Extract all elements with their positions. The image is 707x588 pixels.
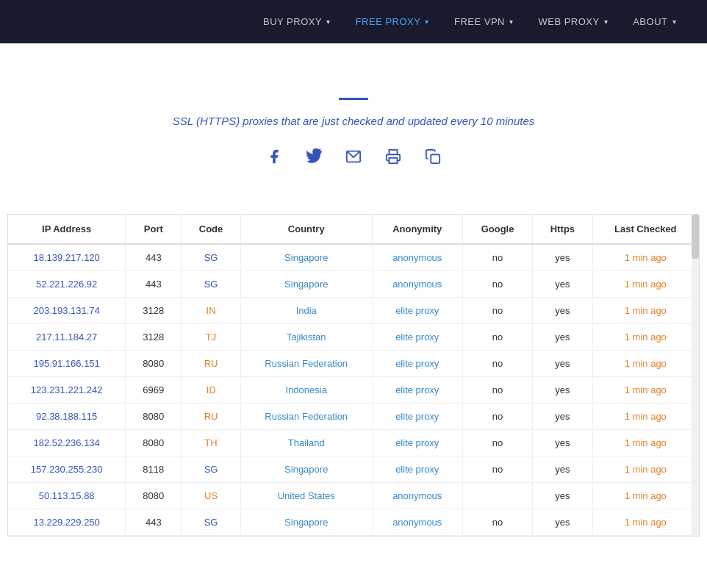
- country-code: ID: [182, 377, 240, 404]
- ip-address[interactable]: 217.11.184.27: [8, 324, 126, 351]
- country[interactable]: Thailand: [240, 430, 372, 456]
- table-row: 195.91.166.1518080RURussian Federationel…: [8, 351, 699, 377]
- col-header-anonymity: Anonymity: [372, 215, 462, 244]
- port: 8080: [126, 404, 182, 430]
- google: no: [462, 271, 533, 298]
- last-checked: 1 min ago: [592, 351, 698, 377]
- table-row: 13.229.229.250443SGSingaporeanonymousnoy…: [8, 509, 699, 536]
- country[interactable]: United States: [240, 483, 372, 509]
- ip-address[interactable]: 195.91.166.151: [8, 351, 126, 377]
- col-header-code: Code: [182, 215, 240, 244]
- nav-item-web-proxy[interactable]: WEB PROXY ▾: [529, 10, 617, 33]
- col-header-last-checked: Last Checked: [592, 215, 698, 244]
- country-code: IN: [182, 298, 240, 324]
- https: yes: [533, 430, 592, 456]
- copy-icon[interactable]: [420, 143, 446, 170]
- main-nav: BUY PROXY ▾FREE PROXY ▾FREE VPN ▾WEB PRO…: [254, 10, 685, 33]
- anonymity: anonymous: [372, 244, 462, 271]
- ip-address[interactable]: 123.231.221.242: [8, 377, 126, 404]
- country-code: SG: [182, 509, 240, 536]
- google: no: [462, 509, 533, 536]
- port: 6969: [126, 377, 182, 404]
- anonymity: elite proxy: [372, 430, 462, 456]
- port: 8118: [126, 456, 182, 483]
- table-row: 123.231.221.2426969IDIndonesiaelite prox…: [8, 377, 699, 404]
- country[interactable]: Russian Federation: [240, 404, 372, 430]
- hero-desc-highlight: just checked and updated every 10 minute…: [322, 115, 534, 127]
- country-code: US: [182, 483, 240, 509]
- twitter-icon[interactable]: [301, 143, 327, 170]
- anonymity: anonymous: [372, 483, 462, 509]
- port: 443: [126, 509, 182, 536]
- table-row: 18.139.217.120443SGSingaporeanonymousnoy…: [8, 244, 699, 271]
- anonymity: elite proxy: [372, 298, 462, 324]
- last-checked: 1 min ago: [592, 324, 698, 351]
- https: yes: [533, 324, 592, 351]
- country-code: SG: [182, 244, 240, 271]
- country[interactable]: Tajikistan: [240, 324, 372, 351]
- https: yes: [533, 351, 592, 377]
- ip-address[interactable]: 92.38.188.115: [8, 404, 126, 430]
- ip-address[interactable]: 203.193.131.74: [8, 298, 126, 324]
- facebook-icon[interactable]: [261, 143, 287, 170]
- scrollbar-thumb[interactable]: [692, 215, 699, 259]
- country[interactable]: Singapore: [240, 456, 372, 483]
- ip-address[interactable]: 50.113.15.88: [8, 483, 126, 509]
- country-code: RU: [182, 404, 240, 430]
- hero-section: SSL (HTTPS) proxies that are just checke…: [0, 43, 707, 214]
- country[interactable]: India: [240, 298, 372, 324]
- dropdown-caret: ▾: [326, 18, 331, 26]
- email-icon[interactable]: [340, 143, 367, 170]
- hero-desc-plain: SSL (HTTPS) proxies that are: [173, 115, 322, 127]
- scrollbar-track[interactable]: [692, 215, 699, 536]
- anonymity: elite proxy: [372, 404, 462, 430]
- last-checked: 1 min ago: [592, 244, 698, 271]
- table-header-row: IP AddressPortCodeCountryAnonymityGoogle…: [8, 215, 699, 244]
- port: 8080: [126, 430, 182, 456]
- hero-description: SSL (HTTPS) proxies that are just checke…: [15, 115, 692, 127]
- last-checked: 1 min ago: [592, 271, 698, 298]
- google: no: [462, 456, 533, 483]
- country[interactable]: Singapore: [240, 509, 372, 536]
- last-checked: 1 min ago: [592, 483, 698, 509]
- port: 3128: [126, 324, 182, 351]
- https: yes: [533, 298, 592, 324]
- country[interactable]: Singapore: [240, 244, 372, 271]
- svg-rect-2: [431, 154, 439, 163]
- https: yes: [533, 244, 592, 271]
- nav-item-buy-proxy[interactable]: BUY PROXY ▾: [254, 10, 340, 33]
- ip-address[interactable]: 13.229.229.250: [8, 509, 126, 536]
- anonymity: elite proxy: [372, 351, 462, 377]
- ip-address[interactable]: 52.221.226.92: [8, 271, 126, 298]
- col-header-google: Google: [462, 215, 533, 244]
- port: 8080: [126, 483, 182, 509]
- country-code: TH: [182, 430, 240, 456]
- https: yes: [533, 404, 592, 430]
- nav-item-free-proxy[interactable]: FREE PROXY ▾: [347, 10, 438, 33]
- social-icons-bar: [15, 143, 692, 170]
- https: yes: [533, 271, 592, 298]
- google: no: [462, 351, 533, 377]
- nav-item-about[interactable]: ABOUT ▾: [624, 10, 685, 33]
- print-icon[interactable]: [380, 143, 406, 170]
- dropdown-caret: ▾: [672, 18, 677, 26]
- ip-address[interactable]: 18.139.217.120: [8, 244, 126, 271]
- anonymity: anonymous: [372, 271, 462, 298]
- country[interactable]: Singapore: [240, 271, 372, 298]
- ip-address[interactable]: 182.52.236.134: [8, 430, 126, 456]
- svg-rect-1: [390, 158, 398, 163]
- table-row: 52.221.226.92443SGSingaporeanonymousnoye…: [8, 271, 699, 298]
- header: BUY PROXY ▾FREE PROXY ▾FREE VPN ▾WEB PRO…: [0, 0, 707, 43]
- proxy-table-container: IP AddressPortCodeCountryAnonymityGoogle…: [7, 214, 700, 537]
- dropdown-caret: ▾: [425, 18, 429, 26]
- table-row: 157.230.255.2308118SGSingaporeelite prox…: [8, 456, 699, 483]
- port: 3128: [126, 298, 182, 324]
- country[interactable]: Indonesia: [240, 377, 372, 404]
- country[interactable]: Russian Federation: [240, 351, 372, 377]
- table-row: 182.52.236.1348080THThailandelite proxyn…: [8, 430, 699, 456]
- last-checked: 1 min ago: [592, 430, 698, 456]
- col-header-port: Port: [126, 215, 182, 244]
- nav-item-free-vpn[interactable]: FREE VPN ▾: [445, 10, 523, 33]
- table-row: 203.193.131.743128INIndiaelite proxynoye…: [8, 298, 699, 324]
- ip-address[interactable]: 157.230.255.230: [8, 456, 126, 483]
